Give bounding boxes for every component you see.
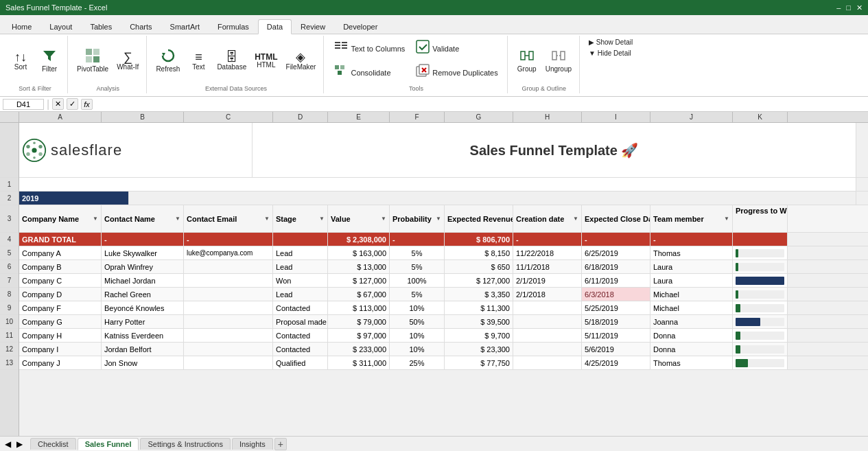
validate-button[interactable]: Validate bbox=[411, 37, 502, 60]
cell-exprev[interactable]: $ 8,150 bbox=[445, 246, 513, 259]
sheet-tab-checklist[interactable]: Checklist bbox=[30, 438, 76, 450]
formula-input[interactable] bbox=[95, 100, 865, 108]
cell-exprev[interactable]: $ 11,300 bbox=[445, 301, 513, 314]
confirm-formula-btn[interactable]: ✓ bbox=[67, 98, 78, 110]
col-header-a[interactable]: A bbox=[19, 112, 102, 122]
tab-smartart[interactable]: SmartArt bbox=[161, 19, 209, 34]
prev-sheet-btn[interactable]: ◀ bbox=[3, 439, 13, 449]
minimize-btn[interactable]: – bbox=[836, 3, 841, 12]
cell-prob[interactable]: 50% bbox=[390, 315, 445, 328]
cell-value[interactable]: $ 79,000 bbox=[328, 315, 390, 328]
cell-value[interactable]: $ 233,000 bbox=[328, 343, 390, 356]
cell-prob[interactable]: 25% bbox=[390, 356, 445, 369]
tab-data[interactable]: Data bbox=[258, 19, 292, 34]
cell-stage[interactable]: Contacted bbox=[273, 343, 328, 356]
filter-button[interactable]: Filter bbox=[36, 46, 63, 75]
cell-contact[interactable]: Jon Snow bbox=[102, 356, 184, 369]
cell-creation[interactable] bbox=[513, 343, 582, 356]
text-button[interactable]: ≡ Text bbox=[185, 49, 212, 73]
cell-closedate[interactable]: 5/6/2019 bbox=[582, 343, 650, 356]
show-detail-button[interactable]: ▶ Show Detail bbox=[585, 37, 636, 47]
close-btn[interactable]: ✕ bbox=[856, 3, 863, 12]
cell-closedate[interactable]: 5/18/2019 bbox=[582, 315, 650, 328]
cell-contact[interactable]: Harry Potter bbox=[102, 315, 184, 328]
cell-exprev[interactable]: $ 9,700 bbox=[445, 329, 513, 342]
cell-company[interactable]: Company C bbox=[19, 274, 102, 287]
cell-value[interactable]: $ 113,000 bbox=[328, 301, 390, 314]
html-button[interactable]: HTML HTML bbox=[251, 51, 281, 71]
cell-exprev[interactable]: $ 23,300 bbox=[445, 343, 513, 356]
cell-contact[interactable]: Jordan Belfort bbox=[102, 343, 184, 356]
add-sheet-btn[interactable]: + bbox=[274, 438, 287, 450]
cell-creation[interactable] bbox=[513, 301, 582, 314]
cell-stage[interactable]: Lead bbox=[273, 260, 328, 273]
cell-value[interactable]: $ 163,000 bbox=[328, 246, 390, 259]
cell-creation[interactable]: 2/1/2019 bbox=[513, 274, 582, 287]
cell-prob[interactable]: 5% bbox=[390, 288, 445, 301]
cell-team[interactable]: Thomas bbox=[650, 246, 733, 259]
cell-contact[interactable]: Rachel Green bbox=[102, 288, 184, 301]
cell-reference[interactable] bbox=[3, 99, 44, 110]
cell-creation[interactable]: 11/22/2018 bbox=[513, 246, 582, 259]
cell-creation[interactable]: 11/1/2018 bbox=[513, 260, 582, 273]
next-sheet-btn[interactable]: ▶ bbox=[14, 439, 25, 449]
cell-closedate[interactable]: 5/11/2019 bbox=[582, 329, 650, 342]
group-button[interactable]: Group bbox=[513, 46, 541, 75]
cell-exprev[interactable]: $ 77,750 bbox=[445, 356, 513, 369]
filter-creation-date[interactable]: ▼ bbox=[573, 216, 578, 222]
cell-email[interactable] bbox=[184, 315, 273, 328]
hide-detail-button[interactable]: ▼ Hide Detail bbox=[585, 48, 636, 58]
col-header-k[interactable]: K bbox=[733, 112, 788, 122]
cell-contact[interactable]: Michael Jordan bbox=[102, 274, 184, 287]
cell-exprev[interactable]: $ 650 bbox=[445, 260, 513, 273]
cell-team[interactable]: Michael bbox=[650, 301, 733, 314]
cell-contact[interactable]: Beyoncé Knowles bbox=[102, 301, 184, 314]
cell-email[interactable] bbox=[184, 329, 273, 342]
fx-button[interactable]: fx bbox=[81, 99, 93, 110]
sheet-tab-sales-funnel[interactable]: Sales Funnel bbox=[78, 438, 139, 450]
cell-company[interactable]: Company J bbox=[19, 356, 102, 369]
col-header-e[interactable]: E bbox=[328, 112, 390, 122]
cell-closedate[interactable]: 5/25/2019 bbox=[582, 301, 650, 314]
select-all-corner[interactable] bbox=[0, 112, 19, 122]
filter-team-member[interactable]: ▼ bbox=[724, 216, 729, 222]
cell-closedate[interactable]: 4/25/2019 bbox=[582, 356, 650, 369]
consolidate-button[interactable]: Consolidate bbox=[329, 61, 410, 84]
cell-team[interactable]: Donna bbox=[650, 329, 733, 342]
cell-stage[interactable]: Won bbox=[273, 274, 328, 287]
sheet-tab-settings[interactable]: Settings & Instructions bbox=[140, 438, 230, 450]
cell-company[interactable]: Company I bbox=[19, 343, 102, 356]
cell-email[interactable] bbox=[184, 356, 273, 369]
filter-stage[interactable]: ▼ bbox=[319, 216, 325, 222]
cell-stage[interactable]: Contacted bbox=[273, 329, 328, 342]
cell-email[interactable] bbox=[184, 274, 273, 287]
cell-creation[interactable]: 2/1/2018 bbox=[513, 288, 582, 301]
cell-team[interactable]: Laura bbox=[650, 274, 733, 287]
cell-email[interactable] bbox=[184, 260, 273, 273]
cell-contact[interactable]: Luke Skywalker bbox=[102, 246, 184, 259]
cell-company[interactable]: Company B bbox=[19, 260, 102, 273]
filter-probability[interactable]: ▼ bbox=[436, 216, 441, 222]
cell-company[interactable]: Company H bbox=[19, 329, 102, 342]
col-header-i[interactable]: I bbox=[582, 112, 650, 122]
filter-contact-name[interactable]: ▼ bbox=[175, 216, 180, 222]
cell-stage[interactable]: Qualified bbox=[273, 356, 328, 369]
filter-value[interactable]: ▼ bbox=[381, 216, 386, 222]
cell-team[interactable]: Donna bbox=[650, 343, 733, 356]
cell-prob[interactable]: 5% bbox=[390, 260, 445, 273]
cell-company[interactable]: Company A bbox=[19, 246, 102, 259]
col-header-b[interactable]: B bbox=[102, 112, 184, 122]
cell-team[interactable]: Thomas bbox=[650, 356, 733, 369]
cell-value[interactable]: $ 127,000 bbox=[328, 274, 390, 287]
sheet-tab-insights[interactable]: Insights bbox=[232, 438, 273, 450]
cell-prob[interactable]: 100% bbox=[390, 274, 445, 287]
what-if-button[interactable]: ∑ What-If bbox=[113, 49, 142, 73]
cell-email[interactable] bbox=[184, 288, 273, 301]
cell-closedate[interactable]: 6/25/2019 bbox=[582, 246, 650, 259]
cell-team[interactable]: Joanna bbox=[650, 315, 733, 328]
cell-creation[interactable] bbox=[513, 315, 582, 328]
cell-team[interactable]: Michael bbox=[650, 288, 733, 301]
refresh-button[interactable]: Refresh bbox=[152, 46, 183, 75]
filter-contact-email[interactable]: ▼ bbox=[264, 216, 270, 222]
col-header-c[interactable]: C bbox=[184, 112, 273, 122]
